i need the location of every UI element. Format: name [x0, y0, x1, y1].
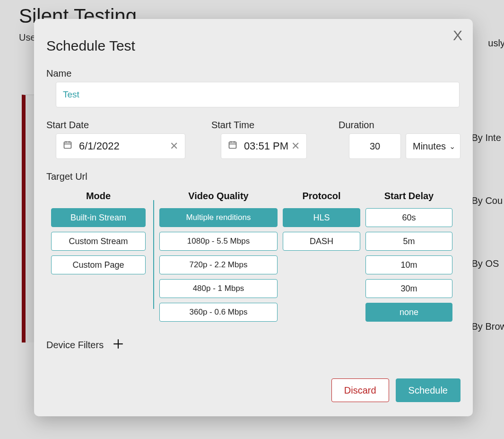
video-quality-header: Video Quality [188, 191, 248, 202]
protocol-option[interactable]: HLS [283, 208, 360, 227]
start-time-picker[interactable]: 03:51 PM ✕ [221, 133, 307, 159]
schedule-test-modal: X Schedule Test Name Start Date 6/1/2022… [34, 19, 473, 416]
start-date-label: Start Date [46, 120, 211, 131]
start-delay-option[interactable]: 30m [365, 279, 452, 298]
calendar-icon [63, 140, 72, 152]
start-delay-option[interactable]: 10m [365, 255, 452, 274]
video-quality-option[interactable]: 480p - 1 Mbps [159, 279, 278, 298]
start-time-value: 03:51 PM [244, 140, 291, 152]
target-options: Mode Built-in StreamCustom StreamCustom … [46, 191, 461, 322]
duration-unit-value: Minutes [413, 141, 446, 152]
video-quality-option[interactable]: 720p - 2.2 Mbps [159, 255, 278, 274]
video-quality-option[interactable]: Multiple renditions [159, 208, 278, 227]
mode-option[interactable]: Custom Stream [51, 232, 146, 251]
target-url-label: Target Url [46, 171, 461, 182]
mode-option[interactable]: Custom Page [51, 255, 146, 274]
discard-button[interactable]: Discard [331, 378, 389, 402]
video-quality-option[interactable]: 360p - 0.6 Mbps [159, 303, 278, 322]
divider [153, 200, 154, 309]
start-delay-option[interactable]: 60s [365, 208, 452, 227]
duration-label: Duration [339, 120, 461, 131]
protocol-header: Protocol [302, 191, 340, 202]
schedule-button[interactable]: Schedule [396, 378, 461, 402]
protocol-option[interactable]: DASH [283, 232, 360, 251]
duration-input[interactable] [349, 133, 401, 159]
chevron-down-icon: ⌄ [449, 142, 455, 151]
start-date-value: 6/1/2022 [79, 140, 170, 152]
mode-header: Mode [86, 191, 111, 202]
start-date-picker[interactable]: 6/1/2022 ✕ [56, 133, 185, 159]
add-filter-button[interactable] [112, 338, 124, 352]
start-delay-header: Start Delay [384, 191, 434, 202]
start-delay-option[interactable]: 5m [365, 232, 452, 251]
svg-rect-0 [64, 142, 71, 148]
clear-time-icon[interactable]: ✕ [291, 140, 300, 152]
svg-rect-4 [229, 142, 236, 148]
duration-unit-select[interactable]: Minutes ⌄ [406, 133, 461, 159]
start-delay-option[interactable]: none [365, 303, 452, 322]
close-button[interactable]: X [453, 27, 462, 44]
modal-title: Schedule Test [46, 38, 461, 54]
name-input[interactable] [56, 82, 460, 107]
calendar-icon [228, 140, 237, 152]
clear-date-icon[interactable]: ✕ [170, 140, 178, 152]
video-quality-option[interactable]: 1080p - 5.5 Mbps [159, 232, 278, 251]
start-time-label: Start Time [211, 120, 339, 131]
name-label: Name [46, 68, 461, 79]
mode-option[interactable]: Built-in Stream [51, 208, 146, 227]
device-filters-label: Device Filters [46, 340, 104, 351]
